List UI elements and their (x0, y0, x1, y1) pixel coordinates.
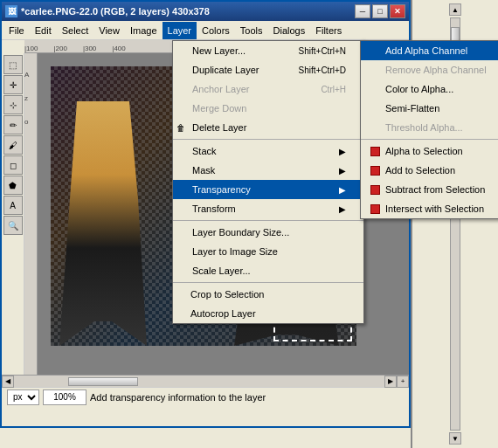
subtract-sel-label: Subtract from Selection (385, 184, 485, 195)
menu-scale-layer[interactable]: Scale Layer... (173, 261, 363, 280)
menu-subtract-from-selection[interactable]: Subtract from Selection (361, 180, 498, 199)
menu-intersect-with-selection[interactable]: Intersect with Selection (361, 199, 498, 218)
menu-tools[interactable]: Tools (235, 22, 268, 39)
statusbar: px Add transparency information to the l… (2, 387, 409, 406)
ruler-tick: |200 (53, 45, 66, 52)
ruler-tick: |400 (112, 45, 125, 52)
layer-menu: New Layer... Shift+Ctrl+N Duplicate Laye… (172, 40, 364, 324)
alpha-sel-icon (368, 146, 382, 156)
ruler-tick: |100 (24, 45, 38, 52)
menu-autocrop[interactable]: Autocrop Layer (173, 304, 363, 323)
menu-new-layer[interactable]: New Layer... Shift+Ctrl+N (173, 41, 363, 60)
duplicate-label: Duplicate Layer (192, 65, 259, 75)
h-scrollbar: ◀ ▶ + (2, 375, 409, 387)
menu-stack[interactable]: Stack ▶ (173, 141, 363, 161)
menu-file[interactable]: File (3, 22, 30, 39)
menu-filters[interactable]: Filters (310, 22, 347, 39)
maximize-button[interactable]: □ (372, 4, 388, 18)
menu-select[interactable]: Select (57, 22, 94, 39)
mask-label: Mask (192, 165, 215, 176)
transform-arrow: ▶ (339, 204, 346, 214)
remove-alpha-label: Remove Alpha Channel (385, 65, 487, 75)
menu-threshold-alpha[interactable]: Threshold Alpha... (361, 118, 498, 137)
autocrop-label: Autocrop Layer (190, 308, 256, 319)
layer-image-label: Layer to Image Size (192, 246, 278, 257)
menu-layer-to-image[interactable]: Layer to Image Size (173, 242, 363, 261)
scroll-right-button[interactable]: ▶ (384, 376, 397, 388)
crop-label: Crop to Selection (190, 289, 264, 300)
menu-alpha-to-selection[interactable]: Alpha to Selection (361, 141, 498, 161)
scrollbar-thumb[interactable] (68, 377, 138, 386)
menu-edit[interactable]: Edit (30, 22, 57, 39)
boundary-label: Layer Boundary Size... (192, 227, 289, 238)
scroll-left-button[interactable]: ◀ (2, 376, 14, 388)
separator-3 (173, 282, 363, 283)
corner-box: + (397, 376, 409, 388)
add-alpha-label: Add Alpha Channel (385, 45, 467, 56)
duplicate-shortcut: Shift+Ctrl+D (299, 65, 346, 75)
menu-delete-layer[interactable]: 🗑 Delete Layer (173, 118, 363, 137)
menu-layer-boundary[interactable]: Layer Boundary Size... (173, 223, 363, 242)
titlebar: 🖼 *carlee.PNG-22.0 (RGB, 2 layers) 430x3… (2, 2, 409, 21)
zoom-input[interactable] (43, 389, 86, 405)
trans-separator (361, 139, 498, 140)
menu-remove-alpha[interactable]: Remove Alpha Channel (361, 60, 498, 79)
menu-transparency[interactable]: Transparency ▶ (173, 180, 363, 199)
menu-dialogs[interactable]: Dialogs (268, 22, 311, 39)
menu-add-alpha[interactable]: Add Alpha Channel (361, 41, 498, 60)
menu-color-to-alpha[interactable]: Color to Alpha... (361, 79, 498, 99)
scroll-down-button[interactable]: ▼ (449, 432, 461, 445)
merge-label: Merge Down (192, 103, 246, 114)
menu-anchor-layer[interactable]: Anchor Layer Ctrl+H (173, 79, 363, 99)
separator-2 (173, 220, 363, 221)
separator-1 (173, 139, 363, 140)
left-toolbar: ⬚ ✛ ⊹ ✏ 🖌 ◻ ⬟ A 🔍 (2, 53, 24, 375)
menu-merge-down[interactable]: Merge Down (173, 99, 363, 118)
menu-image[interactable]: Image (125, 22, 163, 39)
delete-icon: 🗑 (176, 123, 190, 133)
anchor-shortcut: Ctrl+H (321, 85, 346, 94)
color-alpha-icon (368, 84, 382, 94)
threshold-label: Threshold Alpha... (385, 122, 463, 133)
tool-fill[interactable]: ⬟ (3, 176, 23, 195)
menu-crop-selection[interactable]: Crop to Selection (173, 285, 363, 304)
transform-label: Transform (192, 203, 236, 214)
tool-text[interactable]: A (3, 196, 23, 215)
anchor-label: Anchor Layer (192, 84, 249, 94)
delete-label: Delete Layer (192, 122, 246, 133)
titlebar-buttons: ─ □ ✕ (355, 4, 405, 18)
transparency-label: Transparency (192, 184, 251, 195)
add-alpha-icon (368, 45, 382, 56)
menu-colors[interactable]: Colors (197, 22, 235, 39)
tool-move[interactable]: ✛ (3, 75, 23, 94)
tool-crop[interactable]: ⊹ (3, 95, 23, 114)
alpha-sel-label: Alpha to Selection (385, 146, 463, 156)
ruler-v-tick: z (24, 94, 37, 102)
scroll-up-button[interactable]: ▲ (449, 3, 461, 16)
minimize-button[interactable]: ─ (355, 4, 370, 18)
status-text: Add transparency information to the laye… (90, 392, 266, 403)
subtract-sel-icon (368, 184, 382, 195)
unit-select[interactable]: px (7, 389, 39, 405)
tool-zoom[interactable]: 🔍 (3, 216, 23, 235)
tool-pencil[interactable]: ✏ (3, 115, 23, 134)
menu-semi-flatten[interactable]: Semi-Flatten (361, 99, 498, 118)
titlebar-left: 🖼 *carlee.PNG-22.0 (RGB, 2 layers) 430x3… (5, 5, 210, 17)
scrollbar-track (16, 377, 383, 386)
menu-view[interactable]: View (93, 22, 125, 39)
menu-mask[interactable]: Mask ▶ (173, 161, 363, 180)
add-sel-icon (368, 165, 382, 176)
menu-layer[interactable]: Layer (163, 22, 197, 39)
menu-transform[interactable]: Transform ▶ (173, 199, 363, 218)
ruler-v-tick: A (24, 71, 37, 79)
mask-arrow: ▶ (339, 166, 346, 176)
stack-arrow: ▶ (339, 147, 346, 156)
tool-eraser[interactable]: ◻ (3, 155, 23, 175)
tool-rect-select[interactable]: ⬚ (3, 55, 23, 74)
threshold-icon (368, 122, 382, 133)
menu-add-to-selection[interactable]: Add to Selection (361, 161, 498, 180)
new-layer-label: New Layer... (192, 45, 246, 56)
menu-duplicate-layer[interactable]: Duplicate Layer Shift+Ctrl+D (173, 60, 363, 79)
tool-brush[interactable]: 🖌 (3, 135, 23, 155)
close-button[interactable]: ✕ (390, 4, 405, 18)
